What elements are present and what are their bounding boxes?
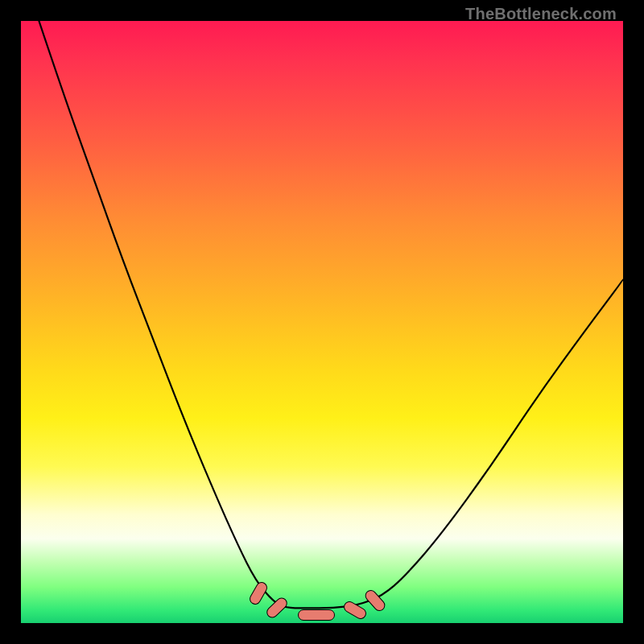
chart-frame (21, 21, 623, 623)
bottleneck-curve (39, 21, 623, 608)
curve-svg (21, 21, 623, 623)
marker-center (298, 609, 335, 621)
